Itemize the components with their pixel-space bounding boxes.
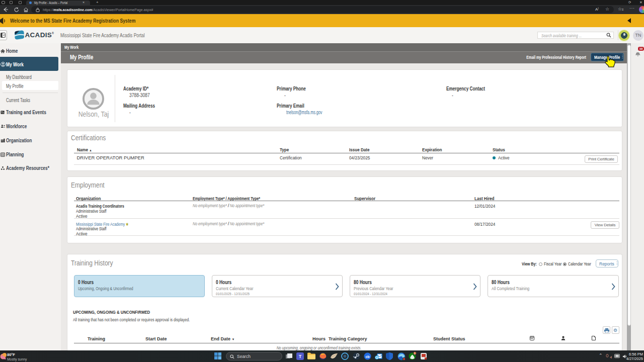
svg-text:T: T — [299, 354, 302, 359]
svg-text:cb: cb — [365, 354, 369, 358]
